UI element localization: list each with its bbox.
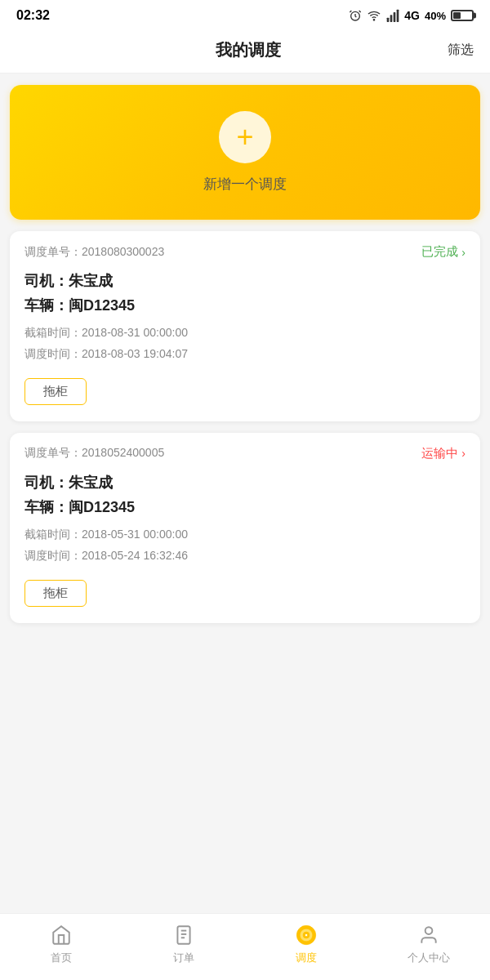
order-status-1[interactable]: 已完成 ›	[421, 244, 466, 260]
plus-icon: +	[236, 122, 253, 152]
order-number-2: 调度单号：2018052400005	[24, 446, 164, 461]
add-schedule-card[interactable]: + 新增一个调度	[10, 85, 480, 220]
chevron-icon-2: ›	[461, 447, 466, 460]
svg-rect-4	[394, 12, 396, 22]
nav-item-schedule[interactable]: 调度	[245, 914, 368, 980]
order-card-2[interactable]: 调度单号：2018052400005 运输中 › 司机：朱宝成 车辆：闽D123…	[10, 433, 480, 623]
main-content: + 新增一个调度 调度单号：2018080300023 已完成 › 司机：朱宝成…	[0, 74, 490, 697]
alarm-icon	[349, 9, 362, 22]
chevron-icon-1: ›	[461, 246, 466, 259]
battery-icon	[451, 10, 474, 21]
nav-label-profile: 个人中心	[408, 951, 450, 965]
svg-rect-2	[387, 18, 390, 22]
svg-point-14	[425, 927, 433, 934]
svg-point-1	[374, 20, 375, 20]
network-type: 4G	[404, 9, 420, 22]
nav-item-profile[interactable]: 个人中心	[368, 914, 490, 980]
order-schedule-time-1: 调度时间：2018-08-03 19:04:07	[24, 345, 466, 363]
order-vehicle-1: 车辆：闽D12345	[24, 296, 466, 315]
nav-item-home[interactable]: 首页	[0, 914, 122, 980]
add-label: 新增一个调度	[203, 175, 287, 194]
schedule-svg	[296, 924, 317, 946]
signal-icon	[386, 9, 399, 22]
profile-icon	[417, 924, 440, 947]
order-card-1[interactable]: 调度单号：2018080300023 已完成 › 司机：朱宝成 车辆：闽D123…	[10, 231, 480, 421]
nav-label-order: 订单	[173, 951, 194, 965]
status-time: 02:32	[16, 8, 50, 23]
order-vehicle-2: 车辆：闽D12345	[24, 497, 466, 517]
order-box-time-2: 截箱时间：2018-05-31 00:00:00	[24, 525, 466, 543]
home-icon	[50, 924, 73, 947]
order-tag-button-2[interactable]: 拖柜	[24, 580, 87, 607]
order-box-time-1: 截箱时间：2018-08-31 00:00:00	[24, 323, 466, 341]
nav-label-home: 首页	[51, 951, 72, 965]
order-number-1: 调度单号：2018080300023	[24, 245, 164, 260]
page-header: 我的调度 筛选	[0, 29, 490, 74]
nav-label-schedule: 调度	[296, 951, 317, 965]
order-driver-1: 司机：朱宝成	[24, 271, 466, 291]
order-tag-button-1[interactable]: 拖柜	[24, 378, 87, 405]
order-schedule-time-2: 调度时间：2018-05-24 16:32:46	[24, 546, 466, 564]
svg-point-13	[305, 933, 307, 936]
order-status-2[interactable]: 运输中 ›	[421, 446, 466, 461]
order-header-1: 调度单号：2018080300023 已完成 ›	[24, 244, 466, 260]
schedule-icon	[295, 924, 318, 947]
order-header-2: 调度单号：2018052400005 运输中 ›	[24, 446, 466, 461]
order-driver-2: 司机：朱宝成	[24, 473, 466, 492]
nav-item-order[interactable]: 订单	[122, 914, 245, 980]
svg-rect-6	[177, 926, 189, 944]
page-title: 我的调度	[49, 39, 448, 61]
wifi-icon	[367, 9, 381, 22]
order-icon	[172, 924, 195, 947]
svg-rect-5	[397, 10, 399, 22]
status-icons: 4G 40%	[349, 9, 474, 22]
filter-button[interactable]: 筛选	[448, 42, 474, 59]
bottom-nav: 首页 订单 调度	[0, 913, 490, 980]
add-circle: +	[219, 111, 271, 163]
battery-percent: 40%	[425, 10, 446, 22]
status-bar: 02:32 4G 40%	[0, 0, 490, 29]
svg-rect-3	[390, 15, 393, 22]
